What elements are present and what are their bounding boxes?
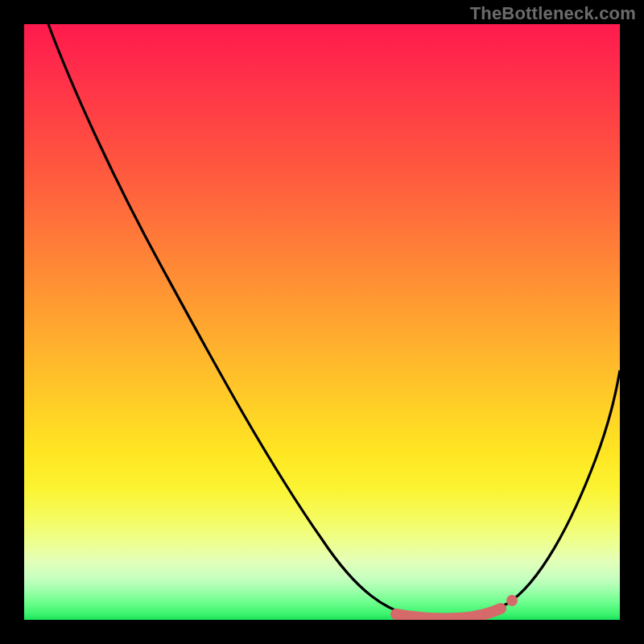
watermark-text: TheBottleneck.com: [470, 3, 636, 24]
chart-frame: TheBottleneck.com: [0, 0, 644, 644]
optimal-range-highlight: [396, 609, 501, 618]
plot-area: [24, 24, 620, 620]
bottleneck-curve: [48, 24, 620, 617]
optimal-range-end-dot: [506, 595, 518, 606]
bottleneck-curve-svg: [24, 24, 620, 620]
